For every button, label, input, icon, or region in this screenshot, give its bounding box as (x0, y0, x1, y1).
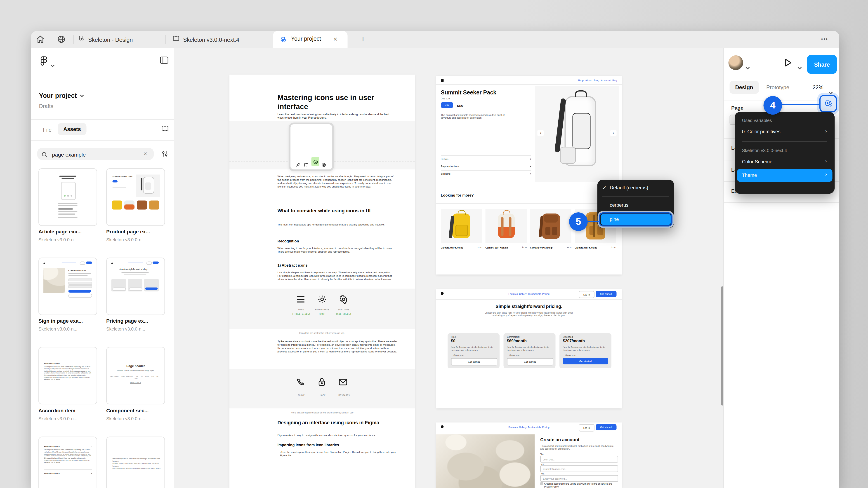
article-paragraph: When selecting icons for your interface,… (278, 247, 395, 254)
carousel-next[interactable]: › (610, 130, 617, 136)
product-card-price: $230 (566, 246, 571, 249)
accordion-details[interactable]: Details+ (441, 158, 531, 161)
asset-title: Article page exa... (38, 229, 82, 234)
terms-checkbox[interactable] (540, 482, 543, 485)
panel-toggle-icon[interactable] (160, 56, 168, 66)
tab-skeleton-design[interactable]: Skeleton - Design (79, 35, 133, 45)
get-started-button[interactable]: Get started (596, 291, 617, 297)
search-input[interactable] (51, 148, 138, 161)
tab-label: Skeleton - Design (88, 36, 133, 43)
close-icon[interactable]: × (333, 35, 338, 43)
divider (31, 119, 174, 120)
canvas-scrollbar[interactable] (721, 287, 723, 406)
breadcrumb: Drafts (39, 103, 53, 109)
product-card[interactable]: Carhartt WIP Kickflip $230 (530, 209, 571, 254)
plan-cta[interactable]: Get started (451, 358, 497, 365)
product-card-name: Carhartt WIP Kickflip (441, 246, 463, 249)
login-button[interactable]: Log in (579, 291, 594, 298)
menu-item-default-cerberus[interactable]: Default (cerberus) (610, 185, 648, 191)
tab-label: Skeleton v3.0.0-next.4 (183, 36, 239, 43)
product-card[interactable]: Carhartt WIP Kickflip $230 (486, 209, 527, 254)
overflow-menu-icon[interactable]: ••• (821, 36, 828, 42)
plan-cta[interactable]: Get started (563, 358, 608, 364)
tab-your-project[interactable]: Your project × (273, 31, 348, 48)
carousel-prev[interactable]: ‹ (537, 130, 544, 136)
name-field[interactable]: John Doe... (540, 456, 618, 463)
figma-menu-icon[interactable] (40, 56, 48, 68)
menu-item-theme[interactable]: Theme › (737, 169, 833, 182)
filter-icon[interactable] (161, 150, 168, 160)
book-icon (304, 159, 309, 169)
apply-variable-icon-button[interactable] (819, 95, 837, 112)
clear-search-icon[interactable]: × (144, 150, 147, 157)
menu-item-cerberus[interactable]: cerberus (610, 202, 629, 208)
zoom-level[interactable]: 22% (813, 84, 824, 91)
home-icon[interactable] (36, 35, 45, 46)
tab-label: Your project (291, 36, 321, 42)
figma-file-icon (79, 35, 85, 45)
share-button[interactable]: Share (807, 55, 837, 74)
product-card-name: Carhartt WIP Kickflip (486, 246, 508, 249)
login-button[interactable]: Log in (579, 424, 594, 432)
asset-thumb-accordion-item[interactable]: Accordion control − Lorem ipsum dolor, s… (38, 347, 97, 404)
frame-signin-page[interactable]: Features Gallery Testimonials Pricing Lo… (436, 422, 622, 488)
tab-skeleton-library[interactable]: Skeleton v3.0.0-next.4 (173, 35, 239, 45)
asset-thumb-product[interactable]: Summit Seeker Pack (106, 168, 165, 226)
asset-thumb-signin[interactable]: Create an account (38, 258, 97, 315)
search-box[interactable]: × (37, 148, 154, 160)
asset-library: Skeleton v3.0.0-n... (106, 416, 145, 422)
project-title-row[interactable]: Your project (39, 92, 84, 99)
asset-title: Pricing page ex... (106, 318, 148, 324)
plan-cta[interactable]: Get started (507, 358, 553, 365)
tab-divider (73, 35, 74, 44)
badge5-connector-line (588, 221, 600, 222)
password-field[interactable]: Enter your password... (540, 475, 618, 482)
chevron-down-icon[interactable] (745, 62, 750, 72)
tab-design[interactable]: Design (730, 81, 759, 94)
present-play-icon[interactable] (784, 58, 792, 70)
menu-item-pine[interactable]: pine (600, 214, 671, 225)
buy-button[interactable]: Buy (441, 102, 453, 108)
asset-thumb-page-header[interactable]: Page header Provides a robust set of non… (106, 347, 165, 404)
chevron-right-icon: › (825, 158, 827, 164)
library-book-icon[interactable] (161, 125, 169, 135)
globe-icon[interactable] (57, 35, 66, 46)
product-nav[interactable]: Shop About Blog Account Bag (577, 79, 617, 82)
new-tab-button[interactable]: + (361, 34, 366, 43)
menu-item-color-scheme[interactable]: Color Scheme (742, 159, 773, 164)
plan-card-commercial[interactable]: Commercial $69/month Best for freelancer… (504, 333, 556, 368)
asset-library: Skeleton v3.0.0-n... (106, 237, 145, 242)
page-title: Your project (39, 92, 77, 99)
terms-text: Creating account means you're okay with … (544, 482, 616, 488)
asset-thumb-lists[interactable]: Id maxime optio soluta placeat ea eaque … (106, 437, 165, 488)
frame-pricing-page[interactable]: Features Gallery Testimonials Pricing Lo… (436, 289, 622, 409)
plan-card-extended[interactable]: Extended $207/month Best for freelancers… (559, 333, 612, 368)
asset-thumb-accordion[interactable]: Accordion control − Lorem ipsum dolor, s… (38, 437, 97, 488)
chevron-down-icon[interactable] (51, 59, 55, 70)
field-label: Text (540, 472, 544, 475)
frame-article-page[interactable]: Mastering icons use in user interface Le… (229, 74, 415, 488)
step-badge-4: 4 (764, 96, 782, 115)
asset-library: Skeleton v3.0.0-n... (106, 326, 145, 332)
design-canvas[interactable]: Mastering icons use in user interface Le… (174, 48, 723, 488)
menu-item-color-primitives[interactable]: 0. Color primitives (742, 129, 780, 134)
asset-thumb-pricing[interactable]: Simple straightforward pricing. (106, 258, 165, 315)
asset-thumb-article[interactable] (38, 168, 97, 226)
get-started-button[interactable]: Get started (596, 424, 617, 431)
accordion-payment[interactable]: Payment options+ (441, 165, 531, 168)
frame-product-page[interactable]: Shop About Blog Account Bag Summit Seeke… (436, 76, 622, 274)
tab-file[interactable]: File (43, 127, 52, 133)
chevron-down-icon[interactable] (798, 62, 802, 72)
product-card-price: $230 (611, 246, 616, 249)
left-sidebar: Your project Drafts File Assets × (31, 48, 175, 488)
tab-assets[interactable]: Assets (58, 123, 87, 135)
tab-prototype[interactable]: Prototype (766, 84, 789, 91)
product-card[interactable]: Carhartt WIP Kickflip $230 (441, 209, 482, 254)
book-icon (173, 35, 180, 45)
accordion-shipping[interactable]: Shipping+ (441, 172, 531, 175)
plan-card-free[interactable]: Free $0 Best for freelancers, single des… (447, 333, 500, 368)
avatar[interactable] (728, 55, 743, 70)
email-field[interactable]: example@gmail.com... (540, 465, 618, 472)
theme-submenu: ✓ Default (cerberus) cerberus pine (597, 180, 674, 228)
product-title: Summit Seeker Pack (441, 89, 496, 96)
